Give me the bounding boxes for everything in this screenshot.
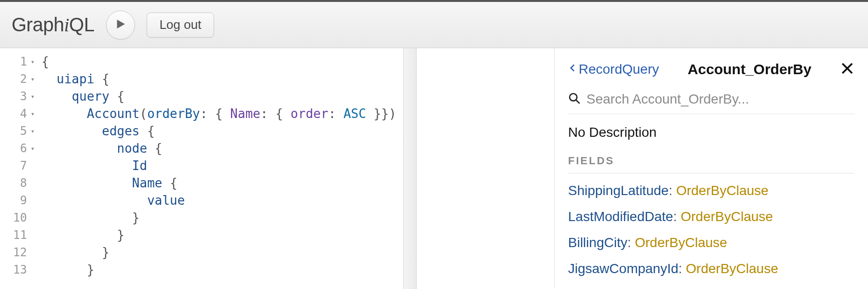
field-type[interactable]: OrderByClause [676, 183, 768, 198]
line-number: 9 [0, 192, 39, 209]
line-number: 7 [0, 157, 39, 174]
docs-title: Account_OrderBy [659, 61, 840, 78]
docs-panel: RecordQuery Account_OrderBy No Descripti… [555, 48, 868, 289]
code-line[interactable]: query { [41, 88, 404, 105]
pane-resize-handle[interactable] [403, 48, 417, 289]
logo-prefix: Graph [12, 14, 64, 35]
close-icon [840, 69, 854, 77]
field-name: LastModifiedDate [568, 209, 673, 224]
field-name: JigsawCompanyId [568, 261, 678, 276]
fold-toggle-icon[interactable]: ▾ [29, 140, 35, 157]
line-number: 6▾ [0, 140, 39, 157]
line-number: 12 [0, 244, 39, 261]
docs-search-input[interactable] [586, 92, 854, 107]
fold-toggle-icon[interactable]: ▾ [29, 70, 35, 88]
fold-toggle-icon[interactable]: ▾ [29, 122, 35, 140]
line-number: 13 [0, 261, 39, 278]
line-number: 1▾ [0, 53, 39, 70]
field-type[interactable]: OrderByClause [680, 209, 773, 224]
editor-gutter: 1▾2▾3▾4▾5▾6▾78910111213 [0, 48, 39, 289]
docs-back-label: RecordQuery [579, 62, 659, 77]
logout-button[interactable]: Log out [147, 13, 215, 38]
docs-back-link[interactable]: RecordQuery [568, 61, 659, 78]
main-area: 1▾2▾3▾4▾5▾6▾78910111213 { uiapi { query … [0, 48, 868, 289]
fold-toggle-icon[interactable]: ▾ [29, 105, 35, 122]
line-number: 11 [0, 226, 39, 244]
code-line[interactable]: Id [41, 157, 404, 174]
docs-field-item[interactable]: LastModifiedDate: OrderByClause [568, 209, 854, 224]
query-editor[interactable]: 1▾2▾3▾4▾5▾6▾78910111213 { uiapi { query … [0, 48, 410, 289]
code-line[interactable]: { [41, 53, 404, 70]
field-type[interactable]: OrderByClause [635, 235, 727, 250]
docs-field-list: ShippingLatitude: OrderByClauseLastModif… [568, 173, 854, 276]
toolbar: GraphiQL Log out [0, 2, 868, 48]
field-name: BillingCity [568, 235, 627, 250]
code-line[interactable]: } [41, 209, 404, 226]
fold-toggle-icon[interactable]: ▾ [29, 53, 35, 70]
code-line[interactable]: edges { [41, 122, 404, 140]
code-line[interactable]: node { [41, 140, 404, 157]
line-number: 5▾ [0, 122, 39, 140]
field-colon: : [627, 235, 635, 250]
docs-search [568, 87, 854, 114]
play-icon [115, 18, 126, 32]
logo-i: i [64, 14, 69, 36]
docs-no-description: No Description [568, 114, 854, 155]
chevron-left-icon [568, 61, 578, 78]
editor-code[interactable]: { uiapi { query { Account(orderBy: { Nam… [39, 48, 409, 289]
app-logo: GraphiQL [12, 13, 95, 36]
line-number: 4▾ [0, 105, 39, 122]
logo-suffix: QL [69, 14, 94, 35]
line-number: 3▾ [0, 88, 39, 105]
docs-header: RecordQuery Account_OrderBy [568, 54, 854, 85]
code-line[interactable]: uiapi { [41, 70, 404, 88]
search-icon [568, 92, 581, 106]
field-name: ShippingLatitude [568, 183, 669, 198]
field-colon: : [678, 261, 686, 276]
docs-close-button[interactable] [840, 61, 854, 78]
execute-button[interactable] [106, 11, 135, 39]
field-colon: : [669, 183, 677, 198]
code-line[interactable]: value [41, 192, 404, 209]
docs-fields-heading: FIELDS [568, 155, 854, 173]
code-line[interactable]: Account(orderBy: { Name: { order: ASC }}… [41, 105, 404, 122]
code-line[interactable]: } [41, 261, 404, 278]
field-colon: : [673, 209, 681, 224]
line-number: 2▾ [0, 70, 39, 88]
docs-field-item[interactable]: JigsawCompanyId: OrderByClause [568, 261, 854, 276]
line-number: 8 [0, 174, 39, 192]
field-type[interactable]: OrderByClause [686, 261, 778, 276]
code-line[interactable]: } [41, 226, 404, 244]
docs-field-item[interactable]: ShippingLatitude: OrderByClause [568, 183, 854, 198]
fold-toggle-icon[interactable]: ▾ [29, 88, 35, 105]
result-pane [410, 48, 555, 289]
docs-field-item[interactable]: BillingCity: OrderByClause [568, 235, 854, 250]
line-number: 10 [0, 209, 39, 226]
code-line[interactable]: } [41, 244, 404, 261]
code-line[interactable]: Name { [41, 174, 404, 192]
svg-point-2 [570, 93, 577, 101]
svg-line-3 [576, 100, 580, 104]
